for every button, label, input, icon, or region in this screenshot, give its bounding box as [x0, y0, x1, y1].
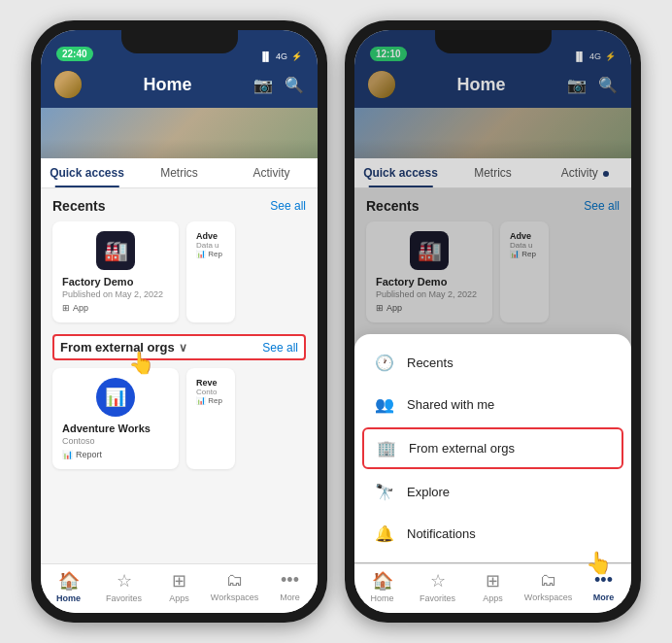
app-header-1: Home 📷 🔍 [41, 65, 318, 108]
favorites-icon-1: ☆ [117, 570, 132, 592]
nav-workspaces-2[interactable]: 🗂 Workspaces [521, 570, 576, 603]
menu-label-shared-2: Shared with me [407, 397, 494, 412]
content-1: Recents See all 🏭 Factory Demo Published… [41, 188, 318, 563]
partial-reve-type-1: 📊 Rep [196, 396, 225, 405]
nav-apps-label-1: Apps [169, 593, 189, 603]
nav-home-1[interactable]: 🏠 Home [41, 570, 96, 603]
menu-item-shared-2[interactable]: 👥 Shared with me [354, 384, 631, 425]
home-icon-1: 🏠 [58, 570, 80, 592]
status-time-1: 22:40 [56, 47, 93, 61]
nav-apps-2[interactable]: ⊞ Apps [465, 570, 521, 603]
report-icon-adv-1: 📊 [62, 450, 73, 459]
apps-icon-1: ⊞ [172, 570, 186, 592]
nav-favorites-1[interactable]: ☆ Favorites [96, 570, 151, 603]
ext-orgs-see-all-1[interactable]: See all [262, 341, 298, 355]
notch [121, 30, 238, 53]
card-name-adventure-1: Adventure Works [62, 423, 169, 434]
apps-icon-2: ⊞ [486, 570, 500, 592]
tabs-1: Quick access Metrics Activity [41, 158, 318, 188]
report-icon-reve-1: 📊 [196, 396, 206, 405]
header-icons-1: 📷 🔍 [253, 76, 304, 94]
cursor-hand-1: 👆 [128, 351, 154, 376]
card-name-factory-1: Factory Demo [62, 276, 169, 288]
workspaces-icon-1: 🗂 [226, 570, 244, 591]
adv-icon-wrapper-1: 📊 [96, 378, 135, 417]
signal-bars-1: ▐▌ [259, 51, 272, 61]
ext-cards-1: 📊 Adventure Works Contoso 📊 Report Reve … [52, 368, 306, 469]
shared-menu-icon-2: 👥 [374, 395, 395, 414]
nav-more-label-2: More [593, 592, 615, 602]
menu-label-notifications-2: Notifications [407, 526, 476, 541]
dropdown-menu-2: 🕐 Recents 👥 Shared with me 🏢 From extern… [354, 334, 631, 562]
tab-activity-1[interactable]: Activity [225, 158, 318, 187]
avatar-image-1 [54, 71, 82, 98]
report-icon-partial-1: 📊 [196, 250, 206, 258]
bottom-nav-1: 🏠 Home ☆ Favorites ⊞ Apps 🗂 Workspaces •… [41, 563, 318, 613]
ext-orgs-title-1: From external orgs [60, 340, 175, 355]
ext-orgs-header-1[interactable]: From external orgs ∨ See all [52, 334, 306, 360]
nav-more-1[interactable]: ••• More [262, 570, 318, 603]
partial-reve-org-1: Conto [196, 388, 225, 396]
tab-metrics-1[interactable]: Metrics [133, 158, 225, 187]
adventure-icon-1: 📊 [96, 378, 135, 417]
avatar-1[interactable] [54, 71, 82, 98]
card-org-adventure-1: Contoso [62, 436, 169, 446]
search-icon-1[interactable]: 🔍 [285, 76, 304, 94]
partial-sub-1: Data u [196, 241, 225, 250]
nav-home-label-1: Home [56, 593, 81, 603]
nav-workspaces-label-1: Workspaces [211, 592, 258, 602]
card-icon-wrapper-1: 🏭 [96, 231, 135, 270]
recents-see-all-1[interactable]: See all [270, 199, 306, 213]
card-factory-demo-1[interactable]: 🏭 Factory Demo Published on May 2, 2022 … [52, 221, 179, 322]
recents-cards-1: 🏭 Factory Demo Published on May 2, 2022 … [52, 221, 306, 322]
menu-label-recents-2: Recents [407, 355, 454, 370]
nav-favorites-2[interactable]: ☆ Favorites [410, 570, 465, 603]
card-adventure-works-1[interactable]: 📊 Adventure Works Contoso 📊 Report [52, 368, 179, 469]
menu-label-ext-orgs-2: From external orgs [409, 441, 515, 456]
banner-1 [41, 108, 318, 158]
card-partial-adve-1[interactable]: Adve Data u 📊 Rep [186, 221, 235, 322]
app-title-1: Home [143, 75, 191, 95]
factory-icon-1: 🏭 [96, 231, 135, 270]
camera-icon-1[interactable]: 📷 [253, 76, 273, 94]
nav-home-label-2: Home [370, 593, 393, 603]
chevron-down-icon-1: ∨ [179, 341, 187, 355]
card-type-adventure-1: 📊 Report [62, 450, 169, 459]
card-sub-factory-1: Published on May 2, 2022 [62, 289, 169, 299]
nav-apps-1[interactable]: ⊞ Apps [151, 570, 207, 603]
nav-workspaces-1[interactable]: 🗂 Workspaces [207, 570, 262, 603]
menu-item-ext-orgs-2[interactable]: 🏢 From external orgs [362, 427, 623, 469]
phone-1: 22:40 ▐▌ 4G ⚡ Home 📷 🔍 [31, 20, 327, 623]
nav-apps-label-2: Apps [483, 593, 503, 603]
notifications-menu-icon-2: 🔔 [374, 525, 395, 543]
favorites-icon-2: ☆ [430, 570, 446, 592]
nav-workspaces-label-2: Workspaces [524, 592, 572, 602]
status-right-1: ▐▌ 4G ⚡ [259, 51, 302, 61]
phone-2: 12:10 ▐▌ 4G ⚡ Home 📷 🔍 [345, 20, 641, 623]
explore-menu-icon-2: 🔭 [374, 483, 395, 501]
phone-2-screen: 12:10 ▐▌ 4G ⚡ Home 📷 🔍 [354, 30, 631, 613]
menu-item-notifications-2[interactable]: 🔔 Notifications [354, 513, 631, 555]
nav-home-2[interactable]: 🏠 Home [354, 570, 410, 603]
phones-container: 22:40 ▐▌ 4G ⚡ Home 📷 🔍 [31, 20, 641, 623]
nav-more-label-1: More [280, 592, 300, 602]
app-icon-1: ⊞ [62, 303, 70, 313]
cursor-hand-more-2: 👆 [586, 551, 612, 576]
battery-icon-1: ⚡ [291, 51, 302, 61]
ext-orgs-title-wrapper-1: From external orgs ∨ [60, 340, 187, 355]
partial-name-1: Adve [196, 231, 225, 241]
nav-favorites-label-2: Favorites [420, 593, 455, 603]
tab-quick-access-1[interactable]: Quick access [41, 158, 133, 187]
card-type-factory-1: ⊞ App [62, 303, 169, 313]
menu-item-explore-2[interactable]: 🔭 Explore [354, 471, 631, 513]
recents-header-1: Recents See all [52, 198, 306, 214]
menu-item-recents-2[interactable]: 🕐 Recents [354, 342, 631, 384]
recents-title-1: Recents [52, 198, 105, 214]
partial-type-1: 📊 Rep [196, 250, 225, 258]
card-partial-reve-1[interactable]: Reve Conto 📊 Rep [186, 368, 235, 469]
nav-favorites-label-1: Favorites [106, 593, 142, 603]
home-icon-2: 🏠 [372, 570, 393, 592]
menu-label-explore-2: Explore [407, 485, 450, 499]
partial-reve-name-1: Reve [196, 378, 225, 388]
network-type-1: 4G [276, 51, 287, 61]
